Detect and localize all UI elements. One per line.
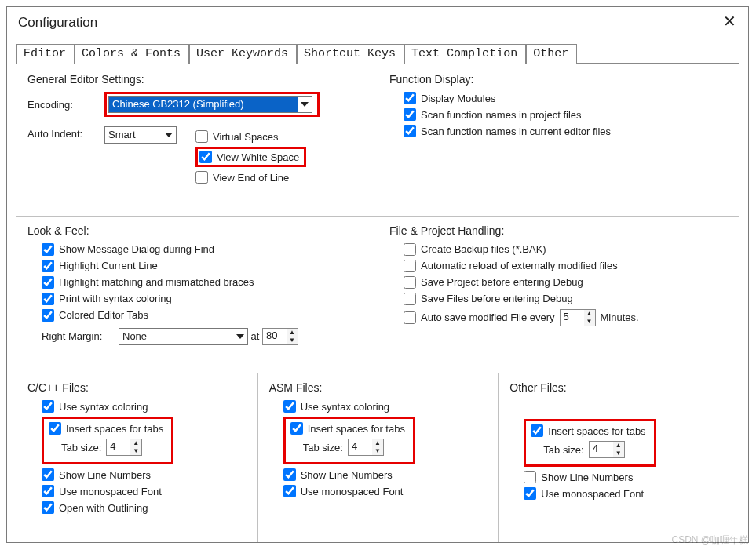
group-asm-files: ASM Files: Use syntax coloring Insert sp…: [257, 373, 499, 542]
checkbox-print-syntax[interactable]: Print with syntax coloring: [42, 293, 367, 305]
label-mono-font: Use monospaced Font: [541, 488, 644, 500]
encoding-combo[interactable]: Chinese GB2312 (Simplified): [108, 96, 312, 113]
highlight-asm-tabs: Insert spaces for tabs Tab size: 4 ▲▼: [283, 417, 415, 464]
label-open-outlining: Open with Outlining: [59, 502, 148, 514]
group-title-fph: File & Project Handling:: [389, 224, 728, 237]
tab-editor[interactable]: Editor: [16, 44, 75, 64]
chevron-down-icon[interactable]: [233, 329, 247, 344]
checkbox-other-line-numbers[interactable]: Show Line Numbers: [524, 471, 728, 483]
checkbox-cc-insert-spaces[interactable]: Insert spaces for tabs: [49, 422, 163, 435]
tab-shortcut-keys[interactable]: Shortcut Keys: [297, 44, 404, 64]
group-title-look: Look & Feel:: [27, 224, 367, 237]
configuration-dialog: Configuration ✕ Editor Colors & Fonts Us…: [6, 6, 749, 543]
spinner-buttons[interactable]: ▲▼: [584, 310, 595, 326]
checkbox-asm-syntax[interactable]: Use syntax coloring: [283, 400, 488, 413]
label-autosave-post: Minutes.: [601, 311, 639, 323]
label-highlight-brace: Highlight matching and mismatched braces: [59, 276, 254, 288]
encoding-label: Encoding:: [27, 99, 100, 111]
label-display-modules: Display Modules: [421, 93, 495, 104]
chevron-down-icon[interactable]: [162, 127, 176, 143]
highlight-view-whitespace: View White Space: [195, 147, 306, 167]
label-virtual-spaces: Virtual Spaces: [213, 131, 279, 143]
group-title-function: Function Display:: [389, 73, 728, 86]
label-view-eol: View End of Line: [213, 172, 289, 184]
checkbox-cc-mono-font[interactable]: Use monospaced Font: [42, 485, 247, 497]
checkbox-highlight-line[interactable]: Highlight Current Line: [42, 260, 367, 272]
checkbox-view-whitespace[interactable]: View White Space: [199, 151, 299, 163]
label-save-project: Save Project before entering Debug: [421, 276, 583, 288]
tab-bar: Editor Colors & Fonts User Keywords Shor…: [7, 38, 748, 64]
group-title-other: Other Files:: [509, 381, 728, 394]
checkbox-asm-line-numbers[interactable]: Show Line Numbers: [283, 468, 488, 481]
spinner-buttons[interactable]: ▲▼: [130, 439, 141, 455]
right-margin-combo[interactable]: None: [119, 328, 248, 345]
label-print-syntax: Print with syntax coloring: [59, 293, 172, 304]
label-msg-dialog: Show Message Dialog during Find: [59, 243, 214, 255]
label-colored-tabs: Colored Editor Tabs: [59, 309, 148, 321]
asm-tabsize-value: 4: [349, 439, 372, 455]
tab-colors-fonts[interactable]: Colors & Fonts: [75, 44, 189, 64]
label-highlight-line: Highlight Current Line: [59, 260, 158, 271]
checkbox-other-insert-spaces[interactable]: Insert spaces for tabs: [531, 424, 645, 437]
checkbox-asm-mono-font[interactable]: Use monospaced Font: [283, 485, 488, 497]
checkbox-cc-syntax[interactable]: Use syntax coloring: [42, 400, 247, 413]
label-autosave-pre: Auto save modified File every: [421, 311, 555, 323]
checkbox-autosave[interactable]: Auto save modified File every 5 ▲▼ Minut…: [404, 309, 728, 326]
checkbox-save-files[interactable]: Save Files before entering Debug: [404, 293, 728, 305]
cc-tabsize-value: 4: [107, 439, 130, 455]
label-scan-editor: Scan function names in current editor fi…: [421, 126, 611, 137]
chevron-down-icon[interactable]: [298, 97, 312, 112]
right-margin-label: Right Margin:: [42, 330, 114, 342]
tab-other[interactable]: Other: [526, 44, 577, 64]
checkbox-cc-outlining[interactable]: Open with Outlining: [42, 501, 247, 514]
group-cc-files: C/C++ Files: Use syntax coloring Insert …: [16, 373, 257, 542]
label-line-numbers: Show Line Numbers: [59, 469, 151, 481]
checkbox-create-backup[interactable]: Create Backup files (*.BAK): [404, 243, 728, 256]
label-auto-reload: Automatic reload of externally modified …: [421, 260, 618, 271]
label-use-syntax: Use syntax coloring: [301, 401, 389, 413]
label-tab-size: Tab size:: [61, 442, 101, 453]
spinner-buttons[interactable]: ▲▼: [287, 329, 298, 344]
highlight-encoding: Chinese GB2312 (Simplified): [104, 92, 320, 117]
group-look-feel: Look & Feel: Show Message Dialog during …: [16, 216, 378, 373]
checkbox-display-modules[interactable]: Display Modules: [404, 92, 728, 104]
checkbox-msg-dialog[interactable]: Show Message Dialog during Find: [42, 243, 367, 256]
label-line-numbers: Show Line Numbers: [541, 472, 633, 483]
checkbox-asm-insert-spaces[interactable]: Insert spaces for tabs: [290, 422, 405, 435]
right-margin-value: None: [119, 329, 233, 344]
right-margin-at-value: 80: [263, 329, 287, 344]
other-tabsize-spinner[interactable]: 4 ▲▼: [589, 441, 625, 458]
label-line-numbers: Show Line Numbers: [301, 469, 393, 481]
tab-user-keywords[interactable]: User Keywords: [189, 44, 297, 64]
tab-text-completion[interactable]: Text Completion: [404, 44, 526, 64]
autosave-spinner[interactable]: 5 ▲▼: [560, 309, 596, 326]
autoindent-combo[interactable]: Smart: [104, 126, 177, 144]
checkbox-view-eol[interactable]: View End of Line: [195, 171, 306, 184]
checkbox-scan-project[interactable]: Scan function names in project files: [404, 108, 728, 121]
cc-tabsize-spinner[interactable]: 4 ▲▼: [106, 439, 142, 456]
checkbox-other-mono-font[interactable]: Use monospaced Font: [524, 487, 728, 500]
right-margin-spinner[interactable]: 80 ▲▼: [262, 328, 298, 345]
label-use-syntax: Use syntax coloring: [59, 401, 148, 413]
close-icon[interactable]: ✕: [720, 12, 739, 31]
label-view-whitespace: View White Space: [217, 151, 299, 163]
checkbox-cc-line-numbers[interactable]: Show Line Numbers: [42, 468, 247, 481]
group-title-general: General Editor Settings:: [27, 73, 367, 86]
spinner-buttons[interactable]: ▲▼: [372, 439, 383, 455]
label-insert-spaces: Insert spaces for tabs: [66, 423, 163, 435]
other-tabsize-value: 4: [590, 442, 613, 457]
checkbox-save-project[interactable]: Save Project before entering Debug: [404, 276, 728, 289]
checkbox-colored-tabs[interactable]: Colored Editor Tabs: [42, 309, 367, 322]
checkbox-highlight-brace[interactable]: Highlight matching and mismatched braces: [42, 276, 367, 289]
autoindent-label: Auto Indent:: [27, 126, 100, 140]
group-title-cc: C/C++ Files:: [27, 381, 247, 394]
autosave-value: 5: [561, 310, 584, 326]
spinner-buttons[interactable]: ▲▼: [613, 442, 624, 457]
highlight-cc-tabs: Insert spaces for tabs Tab size: 4 ▲▼: [42, 417, 173, 464]
autoindent-value: Smart: [105, 127, 162, 143]
checkbox-scan-editor[interactable]: Scan function names in current editor fi…: [404, 125, 728, 137]
checkbox-auto-reload[interactable]: Automatic reload of externally modified …: [404, 260, 728, 272]
asm-tabsize-spinner[interactable]: 4 ▲▼: [348, 439, 384, 456]
group-title-asm: ASM Files:: [269, 381, 488, 394]
checkbox-virtual-spaces[interactable]: Virtual Spaces: [195, 130, 306, 143]
